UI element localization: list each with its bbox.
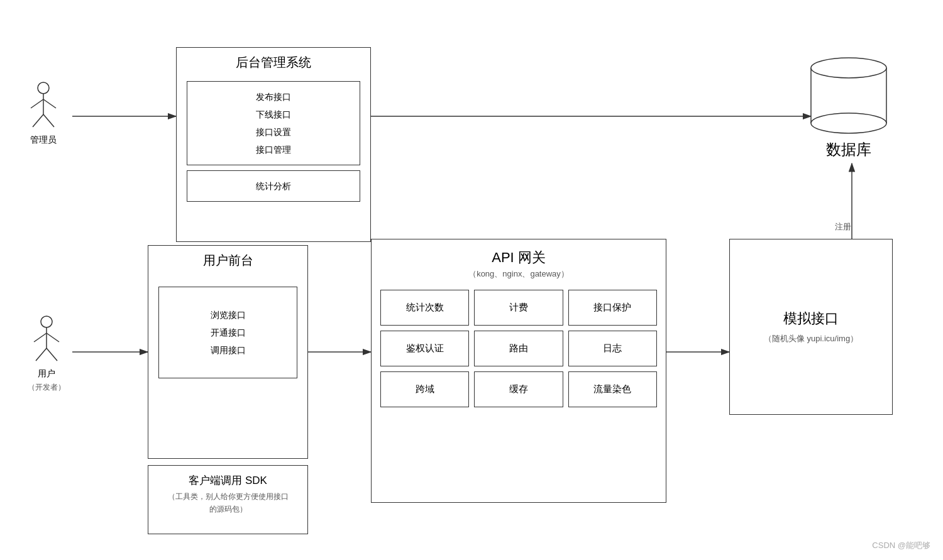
svg-line-11	[43, 99, 56, 108]
svg-line-21	[34, 333, 47, 342]
api-gateway-title: API 网关	[372, 239, 666, 268]
api-cell-1: 计费	[474, 290, 563, 326]
mock-interface-title: 模拟接口	[777, 297, 845, 333]
admin-figure: 管理员	[28, 82, 59, 146]
admin-stick-svg	[28, 82, 59, 132]
sdk-box: 客户端调用 SDK （工具类，别人给你更方便使用接口 的源码包）	[148, 465, 308, 534]
sdk-subtitle: （工具类，别人给你更方便使用接口 的源码包）	[148, 490, 307, 522]
user-frontend-inner-box: 浏览接口开通接口调用接口	[158, 287, 297, 378]
api-cell-2: 接口保护	[568, 290, 657, 326]
api-cell-6: 跨域	[380, 371, 469, 407]
sdk-title: 客户端调用 SDK	[148, 466, 307, 490]
api-gateway-box: API 网关 （kong、nginx、gateway） 统计次数 计费 接口保护…	[371, 239, 666, 503]
user-label: 用户	[38, 368, 55, 380]
watermark: CSDN @能吧够	[872, 540, 930, 551]
user-sublabel: （开发者）	[28, 382, 65, 393]
database-svg	[808, 50, 890, 138]
api-cell-0: 统计次数	[380, 290, 469, 326]
svg-point-18	[811, 58, 886, 78]
user-frontend-title: 用户前台	[148, 246, 307, 274]
admin-label: 管理员	[30, 135, 57, 146]
svg-point-19	[41, 316, 52, 327]
backend-inner-box2: 统计分析	[187, 170, 360, 202]
user-stick-svg	[31, 316, 62, 366]
svg-line-22	[47, 333, 59, 342]
backend-inner-box1: 发布接口下线接口接口设置接口管理	[187, 81, 360, 165]
database-label: 数据库	[826, 140, 871, 160]
api-cell-4: 路由	[474, 331, 563, 366]
backend-inner-text: 发布接口下线接口接口设置接口管理	[200, 88, 347, 158]
api-cell-3: 鉴权认证	[380, 331, 469, 366]
api-grid: 统计次数 计费 接口保护 鉴权认证 路由 日志 跨域 缓存 流量染色	[372, 283, 666, 414]
svg-line-24	[47, 348, 57, 361]
user-frontend-box: 用户前台 浏览接口开通接口调用接口	[148, 245, 308, 459]
diagram-container: 管理员 后台管理系统 发布接口下线接口接口设置接口管理 统计分析 数据库 注册	[0, 0, 943, 560]
register-label: 注册	[835, 221, 851, 233]
mock-interface-subtitle: （随机头像 yupi.icu/img）	[764, 333, 858, 357]
mock-interface-box: 模拟接口 （随机头像 yupi.icu/img）	[729, 239, 893, 415]
api-gateway-subtitle: （kong、nginx、gateway）	[372, 268, 666, 280]
backend-stats-text: 统计分析	[200, 177, 347, 195]
svg-point-8	[38, 82, 49, 94]
backend-system-title: 后台管理系统	[177, 48, 370, 76]
user-frontend-inner-text: 浏览接口开通接口调用接口	[178, 306, 278, 359]
svg-line-10	[31, 99, 43, 108]
database: 数据库	[808, 50, 890, 160]
backend-system-box: 后台管理系统 发布接口下线接口接口设置接口管理 统计分析	[176, 47, 371, 242]
svg-line-12	[33, 114, 43, 127]
svg-line-23	[36, 348, 47, 361]
api-cell-5: 日志	[568, 331, 657, 366]
user-figure: 用户 （开发者）	[28, 316, 65, 393]
api-cell-8: 流量染色	[568, 371, 657, 407]
svg-line-13	[43, 114, 54, 127]
svg-point-15	[811, 113, 886, 133]
api-cell-7: 缓存	[474, 371, 563, 407]
